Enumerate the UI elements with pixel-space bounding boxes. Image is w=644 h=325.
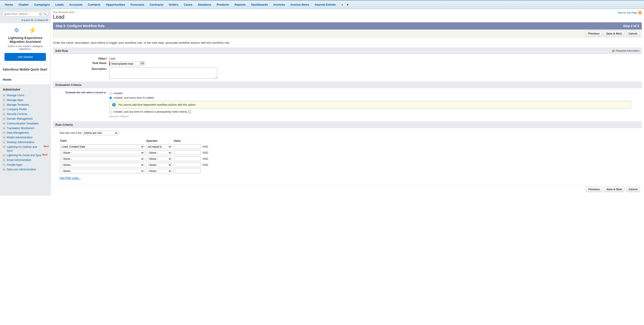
sidebar-item-label[interactable]: Manage Territories [7,103,29,107]
sidebar-item-label[interactable]: Lightning for Gmail and Sync [7,153,42,157]
tab-leads[interactable]: Leads [53,1,67,9]
cancel-button-bottom[interactable]: Cancel [626,187,640,192]
tab-invoices[interactable]: Invoices [271,1,288,9]
tab-forecasts[interactable]: Forecasts [128,1,147,9]
criteria-value-input[interactable] [174,150,201,155]
sidebar-item-email-administration[interactable]: ▶Email Administration [3,158,49,163]
quick-find-search[interactable]: ? 🔍 [2,11,48,17]
expand-icon[interactable]: ▶ [3,163,6,166]
tab-opportunities[interactable]: Opportunities [103,1,128,9]
how-do-i-choose-link[interactable]: How do I choose? [109,114,129,119]
expand-icon[interactable]: ▶ [3,146,6,148]
criteria-operator-select[interactable]: not equal to [146,144,172,149]
sidebar-home[interactable]: Home [0,75,50,85]
run-rule-select[interactable]: criteria are met [82,131,118,135]
eval-opt-meet-criteria[interactable]: created, and any time it's edited to sub… [109,110,191,114]
sidebar-item-translation-workbench[interactable]: ▶Translation Workbench [3,126,49,131]
tab-dashboards[interactable]: Dashboards [248,1,271,9]
tab-menu-icon[interactable]: ▾ [345,3,350,7]
criteria-field-select[interactable]: --None-- [60,163,144,167]
sidebar-item-lightning-for-outlook-and-sync[interactable]: ▶Lightning for Outlook and SyncNew! [3,145,49,153]
tab-reports[interactable]: Reports [232,1,248,9]
criteria-value-input[interactable] [174,169,201,173]
keyboard-icon[interactable]: ⌨ [140,62,144,65]
sidebar-mobile-quickstart[interactable]: Salesforce Mobile Quick Start [0,65,50,75]
sidebar-item-label[interactable]: Translation Workbench [7,126,34,130]
sidebar-item-label[interactable]: Google Apps [7,163,22,167]
sidebar-item-security-controls[interactable]: ▶Security Controls [3,112,49,117]
sidebar-item-label[interactable]: Manage Apps [7,98,23,102]
sidebar-item-domain-management[interactable]: ▶Domain Management [3,117,49,121]
previous-button[interactable]: Previous [586,31,602,36]
tab-accounts[interactable]: Accounts [66,1,85,9]
criteria-operator-select[interactable]: --None-- [146,151,172,155]
expand-icon[interactable]: ▶ [3,154,6,157]
tab-cases[interactable]: Cases [181,1,195,9]
criteria-operator-select[interactable]: --None-- [146,169,172,173]
expand-icon[interactable]: ▶ [3,159,6,161]
get-started-button[interactable]: Get Started [4,53,46,61]
sidebar-item-label[interactable]: Desktop Administration [7,140,34,144]
criteria-field-select[interactable]: Lead: Created Date [60,144,144,149]
expand-all-link[interactable]: Expand All [22,19,33,22]
tab-orders[interactable]: Orders [166,1,181,9]
expand-icon[interactable]: ▶ [3,99,6,101]
search-help-icon[interactable]: ? [39,13,42,16]
tab-chatter[interactable]: Chatter [16,1,32,9]
tab-campaigns[interactable]: Campaigns [32,1,53,9]
sidebar-item-lightning-for-gmail-and-sync[interactable]: ▶Lightning for Gmail and SyncNew! [3,153,49,158]
rule-name-input[interactable] [110,62,140,66]
eval-opt-created-edited[interactable]: created, and every time it's edited [109,96,154,100]
criteria-value-input[interactable] [174,163,201,167]
tab-contracts[interactable]: Contracts [147,1,166,9]
tab-solutions[interactable]: Solutions [195,1,214,9]
tab-invoice-items[interactable]: Invoice Items [288,1,312,9]
search-icon[interactable]: 🔍 [43,12,46,16]
criteria-value-input[interactable] [174,156,201,161]
sidebar-item-data-management[interactable]: ▶Data Management [3,131,49,135]
expand-icon[interactable]: ▶ [3,94,6,97]
expand-icon[interactable]: ▶ [3,117,6,120]
save-next-button-bottom[interactable]: Save & Next [604,187,624,192]
sidebar-item-label[interactable]: Mobile Administration [7,136,32,140]
criteria-value-input[interactable] [174,144,201,149]
save-next-button[interactable]: Save & Next [604,31,624,36]
sidebar-item-manage-apps[interactable]: ▶Manage Apps [3,98,49,103]
previous-button-bottom[interactable]: Previous [586,187,602,192]
sidebar-item-label[interactable]: Manage Users [7,94,24,97]
criteria-field-select[interactable]: --None-- [60,169,144,173]
collapse-all-link[interactable]: Collapse All [35,19,48,22]
description-textarea[interactable] [109,67,217,79]
cancel-button[interactable]: Cancel [626,31,640,36]
sidebar-item-label[interactable]: Security Controls [7,112,27,116]
eval-opt-created[interactable]: created [109,91,122,96]
expand-icon[interactable]: ▶ [3,136,6,139]
sidebar-item-communication-templates[interactable]: ▶Communication Templates [3,121,49,126]
sidebar-item-label[interactable]: Lightning for Outlook and Sync [7,145,43,153]
criteria-field-select[interactable]: --None-- [60,157,144,161]
tab-journal-entries[interactable]: Journal Entries [312,1,339,9]
expand-icon[interactable]: ▶ [3,168,6,171]
criteria-operator-select[interactable]: --None-- [146,163,172,167]
tab-contacts[interactable]: Contacts [85,1,103,9]
sidebar-item-manage-territories[interactable]: ▶Manage Territories [3,103,49,107]
sidebar-item-google-apps[interactable]: ▶Google Apps [3,163,49,167]
info-small-icon[interactable]: i [188,110,191,113]
criteria-field-select[interactable]: --None-- [60,151,144,155]
search-input[interactable] [4,13,39,16]
expand-icon[interactable]: ▶ [3,113,6,115]
sidebar-item-mobile-administration[interactable]: ▶Mobile Administration [3,135,49,140]
sidebar-item-manage-users[interactable]: ▶Manage Users [3,93,49,98]
expand-icon[interactable]: ▶ [3,122,6,125]
sidebar-item-label[interactable]: Data.com Administration [7,168,36,172]
add-filter-logic-link[interactable]: Add Filter Logic... [60,176,80,180]
tab-home[interactable]: Home [2,1,16,9]
sidebar-item-label[interactable]: Communication Templates [7,122,38,126]
expand-icon[interactable]: ▶ [3,103,6,106]
help-for-page-link[interactable]: Help for this Page ? [618,11,642,15]
sidebar-item-label[interactable]: Company Profile [7,108,27,111]
expand-icon[interactable]: ▶ [3,141,6,144]
criteria-operator-select[interactable]: --None-- [146,157,172,161]
sidebar-item-label[interactable]: Data Management [7,131,29,135]
sidebar-item-label[interactable]: Domain Management [7,117,33,121]
